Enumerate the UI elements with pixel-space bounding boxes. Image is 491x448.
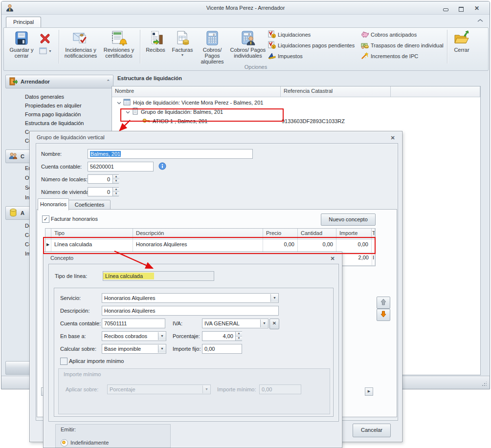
num-viviendas-spinner[interactable]: ▲▼ — [112, 188, 119, 196]
cell-cantidad: 0,00 — [298, 239, 336, 252]
cobros-anticipados-item[interactable]: Cobros anticipados — [361, 31, 417, 39]
list-dropdown-button[interactable]: ▼ — [39, 46, 56, 56]
grid-header-extra[interactable]: T — [372, 229, 375, 239]
grid-header-tipo[interactable]: Tipo — [51, 229, 133, 239]
incidencias-label: Incidencias y notificaciones — [63, 47, 99, 59]
tree-row-grupo[interactable]: Grupo de liquidación: Balmes, 201 — [112, 107, 480, 116]
save-close-button[interactable]: Guardar y cerrar — [8, 29, 35, 64]
cell-descripcion: Honorarios Alquileres — [133, 239, 263, 252]
sidebar-item[interactable]: In — [25, 194, 29, 200]
chevron-down-icon: ▼ — [202, 385, 210, 393]
descripcion-input[interactable]: Honorarios Alquileres — [102, 306, 279, 316]
iva-combo[interactable]: IVA GENERAL▼ — [202, 319, 268, 328]
sidebar-group-title: C — [21, 153, 24, 159]
incrementos-ipc-item[interactable]: Incrementos de IPC — [361, 52, 418, 60]
window-title: Vicente Mora Perez - Arrendador — [1, 5, 490, 11]
tipo-linea-input[interactable]: Línea calculada — [103, 271, 214, 281]
sidebar-item-forma-pago[interactable]: Forma pago liquidación — [25, 111, 81, 117]
importe-fijo-input[interactable]: 0,00 — [202, 344, 242, 354]
importe-minimo-label: Importe mínimo: — [217, 386, 256, 392]
grid-header-descripcion[interactable]: Descripción — [133, 229, 263, 239]
revisiones-button[interactable]: Revisiones y certificados — [100, 29, 138, 64]
num-viviendas-label: Número de viviendas: — [41, 189, 93, 195]
facturas-button[interactable]: Facturas ▼ — [169, 29, 196, 64]
indefinidamente-radio[interactable] — [61, 439, 68, 447]
aplicar-minimo-checkbox[interactable] — [60, 358, 67, 365]
cuenta-contable-input[interactable]: 70501111 — [102, 319, 165, 328]
column-header-blank[interactable] — [391, 86, 480, 97]
sidebar-item-estructura[interactable]: Estructura de liquidación — [25, 120, 84, 126]
sidebar-group-title: Arrendador — [21, 79, 50, 85]
recibos-button[interactable]: Recibos — [143, 29, 168, 64]
column-header-nombre[interactable]: Nombre — [112, 86, 281, 97]
people-icon — [9, 152, 18, 161]
expander-icon[interactable] — [117, 100, 121, 105]
svg-text:$: $ — [273, 35, 274, 38]
facturar-checkbox[interactable]: ✓ — [42, 215, 49, 223]
calcular-sobre-combo[interactable]: Base imponible▼ — [102, 344, 166, 354]
database-icon — [9, 208, 18, 218]
liquidaciones-pendientes-item[interactable]: $ Liquidaciones pagos pendientes — [268, 42, 355, 49]
sidebar-group-arrendador[interactable]: Arrendador ⌃ — [5, 75, 113, 88]
en-base-combo[interactable]: Recibos cobrados▼ — [102, 331, 166, 341]
sidebar-item-datos-generales[interactable]: Datos generales — [25, 94, 64, 100]
ribbon-separator — [59, 30, 59, 64]
tree-row-hoja[interactable]: Hoja de liquidación: Vicente Mora Perez … — [112, 98, 480, 107]
cobros-alquileres-button[interactable]: 0 Cobros/ Pagos alquileres — [196, 29, 229, 64]
iva-clear-button[interactable]: ✕ — [269, 319, 279, 329]
aplicar-minimo-label: Aplicar importe mínimo — [69, 358, 124, 364]
cobros-alquileres-label: Cobros/ Pagos alquileres — [195, 47, 230, 64]
move-up-button[interactable] — [377, 297, 390, 309]
delete-button[interactable] — [39, 33, 53, 45]
sheet-icon — [123, 99, 131, 107]
cancelar-button[interactable]: Cancelar — [353, 424, 391, 437]
group-label-opciones: Opciones — [219, 64, 292, 70]
grid-header-precio[interactable]: Precio — [263, 229, 298, 239]
scroll-right-button[interactable]: ▶ — [365, 387, 373, 396]
impuestos-item[interactable]: Impuestos — [268, 52, 303, 60]
grid-header-cantidad[interactable]: Cantidad — [298, 229, 336, 239]
sidebar-item-propiedades[interactable]: Propiedades en alquiler — [25, 103, 82, 108]
grid-row-1[interactable]: ▶ Línea calculada Honorarios Alquileres … — [45, 239, 375, 253]
cobros-individuales-button[interactable]: 0 Cobros/ Pagos individuales — [230, 29, 266, 64]
ribbon-collapse-icon[interactable] — [477, 19, 484, 23]
chevron-down-icon[interactable]: ▼ — [270, 294, 278, 302]
cuenta-contable-input[interactable]: 56200001 — [88, 162, 154, 171]
resize-grip[interactable] — [482, 382, 487, 386]
chevron-down-icon[interactable]: ▼ — [158, 345, 166, 353]
info-icon[interactable] — [158, 162, 166, 171]
chevron-down-icon[interactable]: ▼ — [158, 332, 166, 340]
calculator-icon: 0 — [204, 29, 220, 47]
incidencias-button[interactable]: Incidencias y notificaciones — [64, 29, 98, 64]
cerrar-button[interactable]: Cerrar — [450, 29, 473, 64]
nuevo-concepto-button[interactable]: Nuevo concepto — [321, 213, 376, 226]
cuenta-contable-label: Cuenta contable: — [41, 164, 82, 170]
cobros-individuales-label: Cobros/ Pagos individuales — [229, 47, 267, 59]
tab-principal[interactable]: Principal — [6, 17, 41, 27]
expander-icon[interactable] — [126, 109, 130, 114]
chevron-down-icon[interactable]: ▼ — [260, 320, 268, 327]
en-base-label: En base a: — [60, 333, 86, 339]
close-button[interactable]: ✕ — [473, 6, 481, 12]
close-icon[interactable]: ✕ — [389, 134, 396, 141]
close-icon[interactable]: ✕ — [329, 255, 336, 262]
cell-tipo: Línea calculada — [51, 239, 133, 252]
tab-honorarios[interactable]: Honorarios — [38, 198, 69, 211]
grid-header-importe[interactable]: Importe — [336, 229, 372, 239]
nombre-input[interactable]: Balmes, 201 — [88, 149, 253, 159]
servicio-combo[interactable]: Honorarios Alquileres▼ — [102, 293, 279, 303]
recibos-label: Recibos — [146, 47, 165, 53]
grid-header-row: Tipo Descripción Precio Cantidad Importe… — [45, 229, 375, 239]
column-header-referencia[interactable]: Referencia Catastral — [281, 86, 391, 97]
porcentaje-spinner[interactable]: ▲▼ — [235, 332, 242, 341]
move-down-button[interactable] — [377, 309, 390, 321]
num-locales-spinner[interactable]: ▲▼ — [112, 175, 119, 183]
liquidaciones-item[interactable]: $ Liquidaciones — [268, 31, 311, 39]
facturar-label: Facturar honorarios — [51, 216, 98, 222]
dialog-title: Grupo de liquidación vertical — [37, 134, 105, 140]
dialog-body: Tipo de línea: Línea calculada Servicio:… — [48, 264, 339, 422]
maximize-button[interactable] — [457, 6, 465, 12]
minimize-button[interactable] — [442, 6, 449, 12]
traspasos-item[interactable]: Traspasos de dinero individual — [361, 42, 444, 49]
tree-row-atico[interactable]: ATICO 1 , Balmes, 201 9133603DF2893C1033… — [112, 116, 480, 126]
